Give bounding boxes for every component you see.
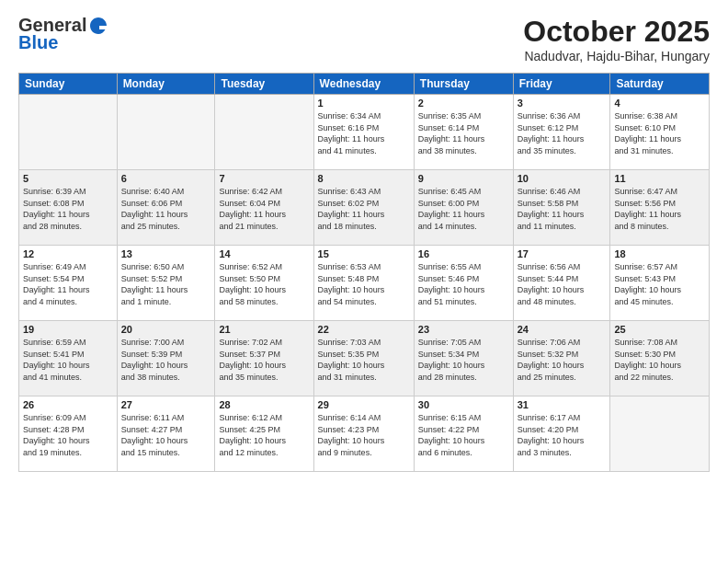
day-number: 13	[121, 248, 211, 259]
day-number: 6	[121, 173, 211, 184]
calendar-day-cell: 21Sunrise: 7:02 AM Sunset: 5:37 PM Dayli…	[215, 321, 313, 396]
day-number: 31	[518, 399, 607, 410]
calendar-day-cell: 2Sunrise: 6:35 AM Sunset: 6:14 PM Daylig…	[414, 95, 513, 170]
calendar-header-monday: Monday	[117, 74, 215, 95]
day-info: Sunrise: 6:36 AM Sunset: 6:12 PM Dayligh…	[518, 110, 607, 156]
calendar-day-cell: 3Sunrise: 6:36 AM Sunset: 6:12 PM Daylig…	[513, 95, 610, 170]
calendar-table: SundayMondayTuesdayWednesdayThursdayFrid…	[18, 73, 710, 472]
calendar-header-wednesday: Wednesday	[313, 74, 414, 95]
calendar-day-cell: 5Sunrise: 6:39 AM Sunset: 6:08 PM Daylig…	[19, 170, 118, 246]
day-number: 22	[318, 324, 410, 335]
day-number: 15	[318, 248, 410, 259]
day-info: Sunrise: 6:34 AM Sunset: 6:16 PM Dayligh…	[318, 110, 410, 156]
calendar-day-cell: 19Sunrise: 6:59 AM Sunset: 5:41 PM Dayli…	[19, 321, 118, 396]
calendar-day-cell: 14Sunrise: 6:52 AM Sunset: 5:50 PM Dayli…	[215, 246, 313, 321]
day-number: 8	[318, 173, 410, 184]
day-info: Sunrise: 6:56 AM Sunset: 5:44 PM Dayligh…	[518, 261, 607, 307]
calendar-day-cell: 25Sunrise: 7:08 AM Sunset: 5:30 PM Dayli…	[610, 321, 710, 396]
calendar-day-cell: 13Sunrise: 6:50 AM Sunset: 5:52 PM Dayli…	[117, 246, 215, 321]
calendar-day-cell: 9Sunrise: 6:45 AM Sunset: 6:00 PM Daylig…	[414, 170, 513, 246]
calendar-week-4: 19Sunrise: 6:59 AM Sunset: 5:41 PM Dayli…	[19, 321, 710, 396]
day-number: 26	[23, 399, 113, 410]
day-info: Sunrise: 7:00 AM Sunset: 5:39 PM Dayligh…	[121, 337, 211, 383]
calendar-day-cell: 6Sunrise: 6:40 AM Sunset: 6:06 PM Daylig…	[117, 170, 215, 246]
day-info: Sunrise: 6:40 AM Sunset: 6:06 PM Dayligh…	[121, 186, 211, 232]
calendar-day-cell: 11Sunrise: 6:47 AM Sunset: 5:56 PM Dayli…	[610, 170, 710, 246]
day-info: Sunrise: 6:35 AM Sunset: 6:14 PM Dayligh…	[418, 110, 509, 156]
day-number: 28	[219, 399, 309, 410]
day-info: Sunrise: 6:14 AM Sunset: 4:23 PM Dayligh…	[318, 412, 410, 458]
day-number: 23	[418, 324, 509, 335]
calendar-day-cell: 17Sunrise: 6:56 AM Sunset: 5:44 PM Dayli…	[513, 246, 610, 321]
logo-blue-text: Blue	[18, 32, 58, 53]
day-number: 30	[418, 399, 509, 410]
day-info: Sunrise: 6:52 AM Sunset: 5:50 PM Dayligh…	[219, 261, 309, 307]
day-info: Sunrise: 6:12 AM Sunset: 4:25 PM Dayligh…	[219, 412, 309, 458]
day-info: Sunrise: 6:45 AM Sunset: 6:00 PM Dayligh…	[418, 186, 509, 232]
calendar-week-2: 5Sunrise: 6:39 AM Sunset: 6:08 PM Daylig…	[19, 170, 710, 246]
day-info: Sunrise: 7:02 AM Sunset: 5:37 PM Dayligh…	[219, 337, 309, 383]
calendar-day-cell: 20Sunrise: 7:00 AM Sunset: 5:39 PM Dayli…	[117, 321, 215, 396]
day-number: 5	[23, 173, 113, 184]
calendar-day-cell: 28Sunrise: 6:12 AM Sunset: 4:25 PM Dayli…	[215, 396, 313, 472]
calendar-header-thursday: Thursday	[414, 74, 513, 95]
calendar-day-cell: 23Sunrise: 7:05 AM Sunset: 5:34 PM Dayli…	[414, 321, 513, 396]
day-number: 20	[121, 324, 211, 335]
calendar-day-cell	[19, 95, 118, 170]
calendar-day-cell: 10Sunrise: 6:46 AM Sunset: 5:58 PM Dayli…	[513, 170, 610, 246]
location: Nadudvar, Hajdu-Bihar, Hungary	[523, 49, 710, 63]
calendar-week-3: 12Sunrise: 6:49 AM Sunset: 5:54 PM Dayli…	[19, 246, 710, 321]
logo: General Blue	[18, 15, 108, 53]
day-number: 18	[614, 248, 705, 259]
day-number: 27	[121, 399, 211, 410]
calendar-week-1: 1Sunrise: 6:34 AM Sunset: 6:16 PM Daylig…	[19, 95, 710, 170]
calendar-day-cell	[610, 396, 710, 472]
calendar-header-tuesday: Tuesday	[215, 74, 313, 95]
day-number: 3	[518, 98, 607, 109]
day-info: Sunrise: 6:47 AM Sunset: 5:56 PM Dayligh…	[614, 186, 705, 232]
day-info: Sunrise: 6:53 AM Sunset: 5:48 PM Dayligh…	[318, 261, 410, 307]
calendar-day-cell: 27Sunrise: 6:11 AM Sunset: 4:27 PM Dayli…	[117, 396, 215, 472]
day-info: Sunrise: 6:59 AM Sunset: 5:41 PM Dayligh…	[23, 337, 113, 383]
calendar-day-cell: 30Sunrise: 6:15 AM Sunset: 4:22 PM Dayli…	[414, 396, 513, 472]
calendar-header-saturday: Saturday	[610, 74, 710, 95]
calendar-day-cell: 22Sunrise: 7:03 AM Sunset: 5:35 PM Dayli…	[313, 321, 414, 396]
day-info: Sunrise: 6:38 AM Sunset: 6:10 PM Dayligh…	[614, 110, 705, 156]
calendar-week-5: 26Sunrise: 6:09 AM Sunset: 4:28 PM Dayli…	[19, 396, 710, 472]
calendar-header-row: SundayMondayTuesdayWednesdayThursdayFrid…	[19, 74, 710, 95]
day-number: 24	[518, 324, 607, 335]
day-info: Sunrise: 6:17 AM Sunset: 4:20 PM Dayligh…	[518, 412, 607, 458]
day-number: 7	[219, 173, 309, 184]
calendar-header-friday: Friday	[513, 74, 610, 95]
day-info: Sunrise: 6:09 AM Sunset: 4:28 PM Dayligh…	[23, 412, 113, 458]
day-number: 9	[418, 173, 509, 184]
day-number: 17	[518, 248, 607, 259]
day-number: 2	[418, 98, 509, 109]
day-number: 14	[219, 248, 309, 259]
day-info: Sunrise: 6:50 AM Sunset: 5:52 PM Dayligh…	[121, 261, 211, 307]
day-info: Sunrise: 6:55 AM Sunset: 5:46 PM Dayligh…	[418, 261, 509, 307]
calendar-day-cell	[215, 95, 313, 170]
calendar-day-cell: 12Sunrise: 6:49 AM Sunset: 5:54 PM Dayli…	[19, 246, 118, 321]
page-header: General Blue October 2025 Nadudvar, Hajd…	[18, 15, 710, 63]
logo-icon	[88, 16, 108, 36]
calendar-day-cell: 16Sunrise: 6:55 AM Sunset: 5:46 PM Dayli…	[414, 246, 513, 321]
day-number: 16	[418, 248, 509, 259]
calendar-day-cell	[117, 95, 215, 170]
calendar-day-cell: 31Sunrise: 6:17 AM Sunset: 4:20 PM Dayli…	[513, 396, 610, 472]
day-info: Sunrise: 7:03 AM Sunset: 5:35 PM Dayligh…	[318, 337, 410, 383]
day-number: 1	[318, 98, 410, 109]
calendar-day-cell: 7Sunrise: 6:42 AM Sunset: 6:04 PM Daylig…	[215, 170, 313, 246]
calendar-header-sunday: Sunday	[19, 74, 118, 95]
day-info: Sunrise: 6:11 AM Sunset: 4:27 PM Dayligh…	[121, 412, 211, 458]
day-number: 12	[23, 248, 113, 259]
calendar-day-cell: 29Sunrise: 6:14 AM Sunset: 4:23 PM Dayli…	[313, 396, 414, 472]
calendar-day-cell: 8Sunrise: 6:43 AM Sunset: 6:02 PM Daylig…	[313, 170, 414, 246]
day-info: Sunrise: 6:42 AM Sunset: 6:04 PM Dayligh…	[219, 186, 309, 232]
calendar-day-cell: 24Sunrise: 7:06 AM Sunset: 5:32 PM Dayli…	[513, 321, 610, 396]
title-section: October 2025 Nadudvar, Hajdu-Bihar, Hung…	[523, 15, 710, 63]
calendar-day-cell: 26Sunrise: 6:09 AM Sunset: 4:28 PM Dayli…	[19, 396, 118, 472]
day-info: Sunrise: 7:06 AM Sunset: 5:32 PM Dayligh…	[518, 337, 607, 383]
day-info: Sunrise: 7:05 AM Sunset: 5:34 PM Dayligh…	[418, 337, 509, 383]
day-number: 4	[614, 98, 705, 109]
